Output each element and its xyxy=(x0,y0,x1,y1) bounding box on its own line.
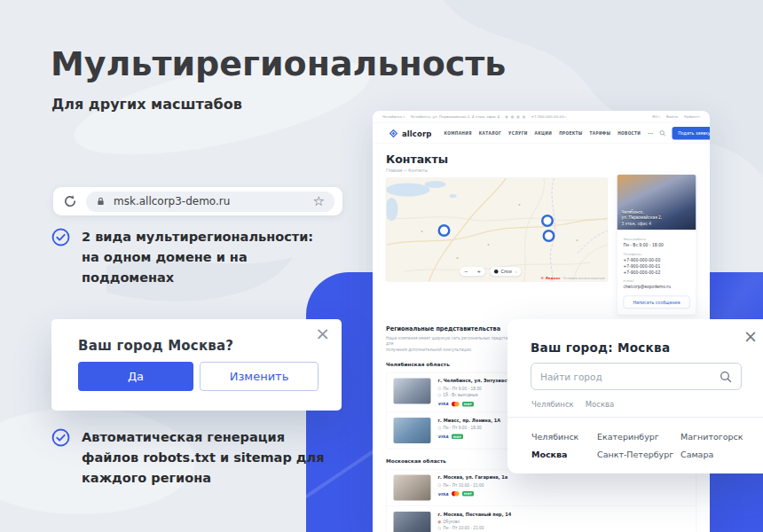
divider xyxy=(507,417,763,418)
recent-city-link[interactable]: Челябинск xyxy=(531,400,574,409)
office-row[interactable]: г. Москва, Песчаный пер, 14 Обухово Пн -… xyxy=(387,505,696,532)
close-icon[interactable]: × xyxy=(315,323,330,344)
visa-icon: VISA xyxy=(438,491,449,496)
city-option[interactable]: Санкт-Петербург xyxy=(597,450,680,459)
nav-item-services[interactable]: УСЛУГИ xyxy=(508,131,528,136)
phone-value[interactable]: +7-900-000-00-02 xyxy=(624,270,690,276)
nav-item-news[interactable]: НОВОСТИ xyxy=(617,131,641,136)
feature-bullet-robots: Автоматическая генерация файлов robots.t… xyxy=(51,427,344,489)
chevron-down-icon: ▾ xyxy=(515,270,517,274)
map-marker xyxy=(544,231,555,241)
city-grid: Челябинск Екатеринбург Магнитогорск Моск… xyxy=(531,432,760,459)
zoom-in-button[interactable]: + xyxy=(476,269,481,275)
bookmark-star-icon[interactable]: ☆ xyxy=(313,195,325,208)
clock-icon xyxy=(438,527,442,530)
mir-icon: МИР xyxy=(462,402,474,407)
map-zoom-control[interactable]: − + xyxy=(460,267,485,277)
nav-item-projects[interactable]: ПРОЕКТЫ xyxy=(559,131,582,136)
refresh-icon[interactable] xyxy=(63,194,77,208)
visa-icon: VISA xyxy=(438,434,449,439)
map-layers-control[interactable]: Слои ▾ xyxy=(490,267,521,277)
clock-icon xyxy=(438,426,442,430)
email-label: e-mail xyxy=(624,278,690,283)
map-copyright: © Яндекс Условия использования xyxy=(540,276,604,280)
topbar-login-link[interactable]: Войти xyxy=(666,115,678,120)
topbar-city-selector[interactable]: Челябинск▾ xyxy=(382,115,405,120)
visa-icon: VISA xyxy=(438,402,449,406)
city-picker-panel: × Ваш город: Москва Челябинск Москва Чел… xyxy=(507,319,763,473)
city-picker-title: Ваш город: Москва xyxy=(531,340,670,355)
submit-request-button[interactable]: Подать заявку xyxy=(673,127,710,140)
chevron-down-icon: ▾ xyxy=(565,115,567,119)
offices-map[interactable]: − + Слои ▾ © Яндекс Условия использовани… xyxy=(386,178,608,282)
office-address[interactable]: г. Москва, Песчаный пер, 14 xyxy=(438,512,689,517)
city-option[interactable]: Магнитогорск xyxy=(680,432,760,442)
payment-icons: VISA МИР xyxy=(438,491,689,497)
logo-diamond-icon xyxy=(389,129,398,138)
hours-value: Пн - Вс 9:00 - 18:00 xyxy=(624,243,690,249)
site-topbar: Челябинск▾ Челябинск, ул. Первомайская 2… xyxy=(373,111,710,123)
nav-item-tariffs[interactable]: ТАРИФЫ xyxy=(590,131,611,136)
url-field[interactable]: msk.allcorp3-demo.ru ☆ xyxy=(86,192,334,212)
mastercard-icon xyxy=(452,491,460,497)
contacts-page-heading: Контакты xyxy=(386,153,696,166)
phone-value[interactable]: +7-900-000-00-00 xyxy=(624,257,690,263)
email-value[interactable]: chelcorp@expodemo.ru xyxy=(624,284,690,290)
office-hours: Пн - Пт 9:00 - 18:30 xyxy=(444,386,482,391)
site-logo[interactable]: allcorp xyxy=(389,129,431,138)
office-hours: Пн - Пт 9:00 - 18:30 xyxy=(444,425,482,430)
write-message-button[interactable]: Написать сообщение xyxy=(624,295,690,309)
office-thumbnail xyxy=(394,418,431,443)
contact-card: Челябинск, ул. Первомайская 2, 3 этаж, о… xyxy=(617,175,696,316)
office-thumbnail xyxy=(394,474,431,500)
search-icon[interactable] xyxy=(659,130,666,137)
city-confirm-dialog: Ваш город Москва? × Да Изменить xyxy=(51,319,342,411)
nav-item-more[interactable]: ··· xyxy=(648,131,653,136)
topbar-cabinet-link[interactable]: Кабинет xyxy=(684,115,700,120)
city-option-selected[interactable]: Москва xyxy=(531,450,597,459)
map-brand: © Яндекс xyxy=(540,276,560,280)
office-hours: Сб - Вс выходные xyxy=(444,392,478,397)
page-subtitle: Для других масштабов xyxy=(51,96,242,113)
metro-icon xyxy=(438,520,442,524)
page-title: Мультирегиональность xyxy=(51,44,506,83)
city-option[interactable]: Самара xyxy=(680,450,760,459)
topbar-social-icons[interactable] xyxy=(506,115,526,118)
nav-item-sales[interactable]: АКЦИИ xyxy=(535,131,553,136)
map-marker xyxy=(439,225,450,236)
browser-address-bar[interactable]: msk.allcorp3-demo.ru ☆ xyxy=(53,187,342,215)
change-city-button[interactable]: Изменить xyxy=(200,362,319,391)
office-thumbnail xyxy=(394,379,431,404)
hours-label: Часы работы xyxy=(624,238,690,242)
office-row[interactable]: г. Москва, ул. Гагарина, 1а Пн - Пт 10:0… xyxy=(387,469,696,505)
city-option[interactable]: Челябинск xyxy=(531,432,597,442)
close-icon[interactable]: × xyxy=(743,326,758,346)
city-search-input[interactable] xyxy=(540,372,720,382)
phone-value[interactable]: +7-900-000-00-01 xyxy=(624,263,690,270)
url-text[interactable]: msk.allcorp3-demo.ru xyxy=(114,195,230,207)
nav-item-company[interactable]: КОМПАНИЯ xyxy=(444,131,471,136)
chevron-down-icon: ▾ xyxy=(658,115,660,119)
zoom-out-button[interactable]: − xyxy=(464,269,468,275)
check-circle-icon xyxy=(51,228,70,246)
city-search-box[interactable] xyxy=(531,363,742,390)
clock-icon xyxy=(438,483,442,487)
dialog-title: Ваш город Москва? xyxy=(78,338,233,354)
phones-label: Телефоны xyxy=(624,252,690,256)
office-address[interactable]: г. Москва, ул. Гагарина, 1а xyxy=(438,474,689,480)
feature-bullet-text: Автоматическая генерация файлов robots.t… xyxy=(82,427,324,489)
city-option[interactable]: Екатеринбург xyxy=(597,432,680,442)
breadcrumb[interactable]: Главная — Контакты xyxy=(386,168,696,173)
site-nav: allcorp КОМПАНИЯ КАТАЛОГ УСЛУГИ АКЦИИ ПР… xyxy=(373,123,710,144)
topbar-address: Челябинск, ул. Первомайская 2, 4 этаж, о… xyxy=(410,115,499,120)
lock-icon xyxy=(96,196,106,207)
confirm-city-button[interactable]: Да xyxy=(78,362,193,391)
recent-city-link[interactable]: Москва xyxy=(586,400,615,409)
nav-item-catalog[interactable]: КАТАЛОГ xyxy=(479,131,501,136)
topbar-phone[interactable]: +7-900-000-00-00▾ xyxy=(531,115,567,120)
office-hours: Пн - Пт 10:00 - 21:00 xyxy=(444,482,484,488)
map-terms-link[interactable]: Условия использования xyxy=(563,276,605,280)
topbar-language-selector[interactable]: RU▾ xyxy=(652,115,659,120)
logo-text: allcorp xyxy=(402,129,431,137)
search-icon xyxy=(720,371,732,383)
